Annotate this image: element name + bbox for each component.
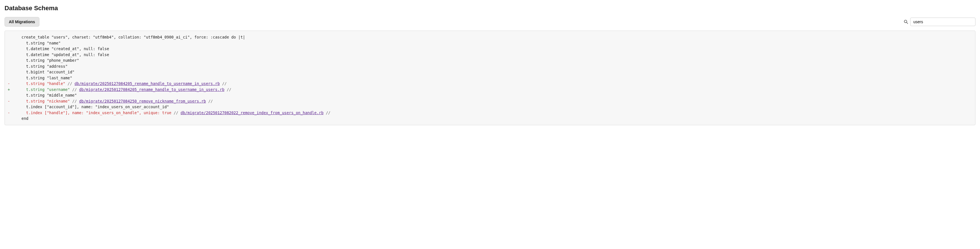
code-text: t.index ["account_id"], name: "index_use… (17, 105, 169, 109)
diff-sign (8, 34, 10, 40)
code-text: t.string "middle_name" (17, 93, 77, 97)
code-line: t.datetime "created_at", null: false (8, 46, 972, 52)
code-line: t.bigint "account_id" (8, 69, 972, 75)
code-line: t.index ["account_id"], name: "index_use… (8, 104, 972, 110)
code-line: t.datetime "updated_at", null: false (8, 52, 972, 58)
toolbar: All Migrations (5, 17, 975, 27)
diff-sign (8, 52, 10, 58)
code-text: t.string "address" (17, 64, 68, 68)
diff-sign: + (8, 87, 10, 93)
comment-separator: // (70, 99, 79, 103)
svg-line-1 (907, 22, 908, 24)
code-text: t.string "phone_number" (17, 58, 79, 63)
diff-sign (8, 40, 10, 46)
code-text: t.string "nickname" (17, 99, 70, 103)
diff-sign: - (8, 110, 10, 116)
code-text: t.index ["handle"], name: "index_users_o… (17, 111, 172, 115)
code-text: t.datetime "created_at", null: false (17, 46, 109, 51)
comment-separator: // (324, 111, 331, 115)
all-migrations-button[interactable]: All Migrations (5, 17, 40, 27)
code-text: create_table "users", charset: "utf8mb4"… (17, 35, 245, 40)
comment-separator: // (70, 87, 79, 92)
code-text: end (17, 116, 29, 121)
schema-code-panel: create_table "users", charset: "utf8mb4"… (5, 30, 975, 125)
diff-sign (8, 46, 10, 52)
code-text: t.string "last_name" (17, 76, 72, 80)
search-group (904, 17, 975, 26)
migration-link[interactable]: db/migrate/20250127082022_remove_index_f… (181, 111, 324, 115)
svg-point-0 (904, 20, 907, 23)
comment-separator: // (220, 81, 227, 86)
diff-sign: - (8, 81, 10, 87)
code-line: end (8, 116, 972, 122)
code-line-removed: - t.string "handle" // db/migrate/202501… (8, 81, 972, 87)
code-text: t.string "name" (17, 41, 61, 45)
comment-separator: // (65, 81, 75, 86)
code-line: t.string "middle_name" (8, 92, 972, 98)
code-text: t.bigint "account_id" (17, 70, 75, 74)
migration-link[interactable]: db/migrate/20250127084205_rename_handle_… (75, 81, 220, 86)
page-title: Database Schema (5, 5, 975, 12)
comment-separator: // (224, 87, 231, 92)
diff-sign (8, 69, 10, 75)
comment-separator: // (206, 99, 213, 103)
diff-sign (8, 92, 10, 98)
code-line: t.string "phone_number" (8, 57, 972, 63)
diff-sign (8, 63, 10, 70)
diff-sign (8, 57, 10, 63)
comment-separator: // (171, 111, 181, 115)
code-line-removed: - t.index ["handle"], name: "index_users… (8, 110, 972, 116)
code-text: t.string "username" (17, 87, 70, 92)
code-line: t.string "name" (8, 40, 972, 46)
code-text: t.string "handle" (17, 81, 65, 86)
code-line-removed: - t.string "nickname" // db/migrate/2025… (8, 98, 972, 104)
diff-sign (8, 75, 10, 81)
migration-link[interactable]: db/migrate/20250127084205_rename_handle_… (79, 87, 224, 92)
diff-sign (8, 116, 10, 122)
search-input[interactable] (910, 17, 975, 26)
search-icon (904, 19, 908, 24)
code-text: t.datetime "updated_at", null: false (17, 52, 109, 57)
code-line: t.string "address" (8, 63, 972, 70)
code-line: t.string "last_name" (8, 75, 972, 81)
code-line: create_table "users", charset: "utf8mb4"… (8, 34, 972, 40)
migration-link[interactable]: db/migrate/20250127084250_remove_nicknam… (79, 99, 206, 103)
code-line-added: + t.string "username" // db/migrate/2025… (8, 87, 972, 93)
diff-sign: - (8, 98, 10, 104)
diff-sign (8, 104, 10, 110)
